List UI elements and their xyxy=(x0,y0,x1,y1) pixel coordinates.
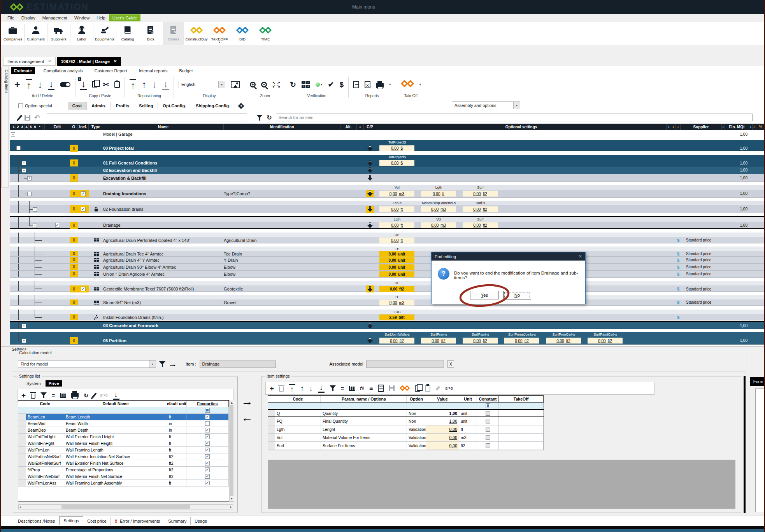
header-col-ident[interactable]: Identification xyxy=(224,124,340,130)
header-col-type[interactable]: Type xyxy=(89,124,103,130)
supplier-cell[interactable]: Standard price xyxy=(681,237,722,243)
paste-icon[interactable] xyxy=(114,81,120,88)
cell-unit[interactable]: ft xyxy=(167,447,186,453)
formula-icon[interactable]: f# xyxy=(360,386,364,391)
option-count-cell[interactable]: 0 xyxy=(70,314,78,320)
header-plus-0[interactable]: + xyxy=(667,124,671,130)
dollar-icon[interactable]: $ xyxy=(339,81,344,88)
fin-mqt-cell[interactable]: 1,00 xyxy=(725,174,749,182)
edit-cell[interactable] xyxy=(45,145,70,152)
tab-customer-report[interactable]: Customer Report xyxy=(91,67,130,74)
table-row[interactable]: 02 Excavation and Backfill+1,00− xyxy=(10,166,765,174)
cell-code[interactable]: Q xyxy=(275,410,321,416)
edit-cell[interactable] xyxy=(45,251,70,256)
supplier-dollar-icon[interactable] xyxy=(676,145,681,152)
tab-opt-config[interactable]: Opt.Config. xyxy=(158,102,191,110)
table-row[interactable]: 0Excavation & Backfill+1,00+ xyxy=(10,174,765,182)
cell-option[interactable]: Non xyxy=(407,410,426,416)
cell-value[interactable]: 1,00 xyxy=(426,410,459,416)
param-up-icon[interactable]: ↑ xyxy=(300,385,304,392)
insert-item-icon[interactable]: ↑ xyxy=(26,79,32,90)
header-col-3[interactable]: 3 xyxy=(20,124,25,130)
header-code[interactable]: Code xyxy=(275,396,321,402)
search-input[interactable] xyxy=(276,114,753,121)
include-cell[interactable] xyxy=(78,299,89,305)
option-count-cell[interactable]: 0 xyxy=(70,299,78,305)
header-col-edit[interactable]: Edit xyxy=(45,124,70,130)
header-option[interactable]: Option xyxy=(407,396,426,402)
header-col-6[interactable]: 6 xyxy=(33,124,37,130)
supplier-dollar-icon[interactable] xyxy=(676,222,681,229)
option-count-cell[interactable]: 0 xyxy=(70,190,78,197)
optional-setting-value[interactable]: 0,00ft2 xyxy=(546,338,581,343)
supplier-cell[interactable] xyxy=(681,205,722,213)
header-default-unit[interactable]: Default unit xyxy=(167,401,186,407)
collapse-icon[interactable]: − xyxy=(11,132,15,136)
cp-cell[interactable]: + xyxy=(364,174,376,182)
edit-cell[interactable] xyxy=(45,337,70,344)
param-paste-icon[interactable] xyxy=(425,385,430,392)
add-item-icon[interactable]: + xyxy=(14,80,20,89)
cell-favourite[interactable]: ✓ xyxy=(186,414,229,420)
expand-icon[interactable]: + xyxy=(22,324,26,328)
supplier-cell[interactable]: Standard price xyxy=(681,251,722,256)
fin-mqt-cell[interactable] xyxy=(725,285,749,292)
supplier-dollar-icon[interactable] xyxy=(676,166,681,174)
menu-display[interactable]: Display xyxy=(18,14,39,21)
item-name-cell[interactable]: Drainage xyxy=(103,222,224,229)
model-filter-icon[interactable] xyxy=(159,361,165,367)
toggle-active-icon[interactable] xyxy=(60,82,70,87)
item-name-cell[interactable]: Agricultural Drain Perforated Coated 4" … xyxy=(103,237,224,243)
tab-shipping-config[interactable]: Shipping.Config. xyxy=(191,102,235,110)
option-count-cell[interactable] xyxy=(70,131,78,138)
edit-cell[interactable] xyxy=(45,257,70,263)
header-col-1[interactable]: 1 xyxy=(12,124,16,130)
header-constant[interactable]: Constant xyxy=(477,396,499,402)
cp-cell[interactable] xyxy=(364,271,376,277)
identification-cell[interactable] xyxy=(224,159,340,166)
optional-setting-value[interactable]: 0,00unit xyxy=(379,257,414,263)
optional-setting-value[interactable]: 0,00$ xyxy=(379,145,414,151)
include-cell[interactable] xyxy=(78,271,89,277)
toolbar-takeoff[interactable]: TAKEOFF▾ xyxy=(209,22,230,45)
optional-setting-value[interactable]: 0,00ft xyxy=(421,191,456,196)
table-row[interactable]: SurfJointWalls-sSurfPrim-sSurfPaint-sSur… xyxy=(10,332,765,345)
optional-setting-value[interactable]: 0,00m3 xyxy=(379,191,414,196)
identification-cell[interactable]: Type?|Comp? xyxy=(224,190,340,197)
header-col-fin[interactable]: Fin. MQt xyxy=(725,124,749,130)
filter-settings-icon[interactable] xyxy=(40,392,47,398)
optional-setting-value[interactable]: 0,00ft xyxy=(379,222,414,228)
print-icon[interactable] xyxy=(376,83,384,88)
cell-option[interactable]: Validation xyxy=(407,442,426,450)
checked-box[interactable]: ✓ xyxy=(205,428,210,432)
cp-cell[interactable]: + xyxy=(364,159,376,166)
option-count-cell[interactable]: 0 xyxy=(70,222,78,229)
checked-box[interactable]: ✓ xyxy=(205,454,210,459)
cell-code[interactable]: FQ xyxy=(275,417,321,425)
cell-unit[interactable]: ft2 xyxy=(167,453,186,460)
cp-cell[interactable] xyxy=(364,237,376,243)
cell-favourite[interactable]: ✓ xyxy=(186,453,229,460)
option-count-cell[interactable] xyxy=(70,166,78,174)
fin-mqt-cell[interactable] xyxy=(725,271,749,277)
param-doc-icon[interactable] xyxy=(378,385,384,392)
item-name-cell[interactable]: Agricultural Drain 4" Y Armtec xyxy=(103,257,224,263)
cell-code[interactable]: WallIntFinHght xyxy=(26,440,64,446)
toolbar-orders[interactable]: $Orders xyxy=(163,22,184,45)
fin-mqt-cell[interactable]: 1,00 xyxy=(725,222,749,229)
copy-down-icon[interactable]: + xyxy=(366,190,374,197)
zoom-out-icon[interactable]: − xyxy=(261,82,267,88)
cell-option[interactable]: Validation xyxy=(407,434,426,441)
table-row[interactable]: 0Agricultural Drain 4" Y ArmtecY Drain0,… xyxy=(10,257,765,264)
include-checkbox[interactable]: ✓ xyxy=(81,207,86,212)
fin-mqt-cell[interactable]: 1,00 xyxy=(725,190,749,197)
cell-code[interactable]: WallFrmLen xyxy=(26,447,64,453)
menu-help[interactable]: Help xyxy=(93,14,109,21)
header-col-plus_a[interactable]: + xyxy=(357,124,364,130)
toolbar-time[interactable]: TIME xyxy=(255,22,276,45)
table-row[interactable]: 03 Concrete and Formwork+1,00+ xyxy=(10,321,765,329)
header-favourites[interactable]: Favourites xyxy=(186,401,229,407)
supplier-cell[interactable] xyxy=(681,314,722,320)
identification-cell[interactable] xyxy=(224,222,340,229)
table-row[interactable]: Model | Garage1,00− xyxy=(10,131,765,138)
